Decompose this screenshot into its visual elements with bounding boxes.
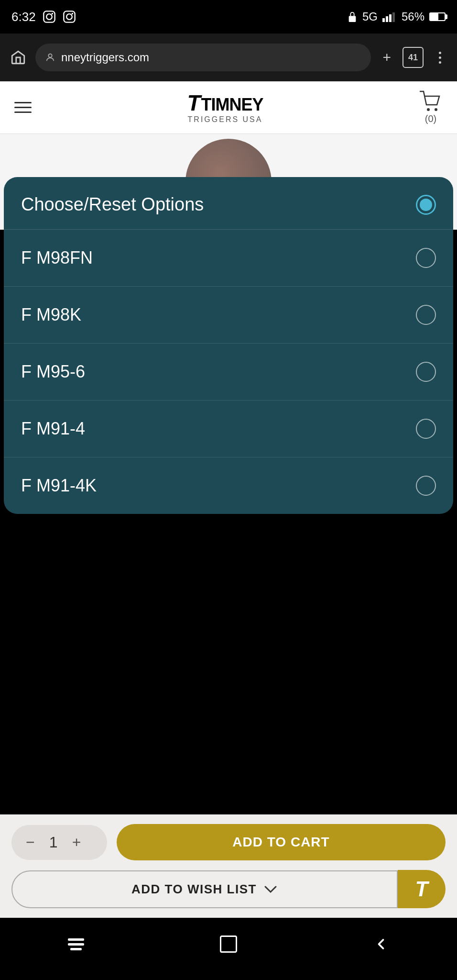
quantity-increment-button[interactable]: +: [72, 834, 81, 851]
quantity-cart-row: − 1 + ADD TO CART: [11, 824, 446, 860]
hamburger-line-2: [14, 107, 32, 108]
svg-point-11: [48, 54, 52, 57]
svg-rect-3: [64, 11, 75, 22]
status-right: 5G 56%: [347, 10, 446, 23]
navigation-bar: [0, 918, 457, 980]
option-item-fm95-6[interactable]: F M95-6: [4, 344, 453, 401]
menu-dot-2: [439, 56, 441, 59]
recent-bar-2: [68, 943, 84, 946]
instagram-icon: [43, 10, 56, 23]
wishlist-label: ADD TO WISH LIST: [131, 882, 257, 897]
recent-apps-icon: [68, 938, 84, 950]
logo-subtext: TRIGGERS USA: [187, 115, 263, 124]
svg-point-5: [71, 13, 73, 14]
bottom-bar: − 1 + ADD TO CART ADD TO WISH LIST T: [0, 814, 457, 918]
nav-home-button[interactable]: [209, 930, 248, 958]
status-left: 6:32: [11, 10, 76, 24]
option-label-fm95-6: F M95-6: [21, 362, 85, 382]
option-label-fm91-4: F M91-4: [21, 419, 85, 439]
nav-back-button[interactable]: [362, 930, 400, 958]
options-modal-overlay: Choose/Reset Options F M98FN F M98K F M9…: [0, 177, 457, 514]
reset-radio-button[interactable]: [416, 195, 436, 215]
back-arrow-icon: [372, 935, 390, 953]
hamburger-menu-button[interactable]: [14, 102, 32, 113]
battery-percent: 56%: [402, 10, 424, 23]
recent-bar-1: [68, 938, 84, 941]
quantity-control: − 1 +: [11, 825, 107, 860]
svg-rect-9: [389, 14, 392, 22]
time-display: 6:32: [11, 10, 36, 24]
option-label-fm98fn: F M98FN: [21, 248, 93, 268]
wish-list-row: ADD TO WISH LIST T: [11, 870, 446, 908]
new-tab-button[interactable]: +: [378, 49, 396, 66]
radio-fm98k[interactable]: [416, 305, 436, 325]
recent-bar-3: [70, 948, 82, 950]
svg-point-4: [66, 14, 72, 20]
modal-title: Choose/Reset Options: [21, 194, 204, 215]
logo-text: TIMNEY: [201, 95, 263, 114]
hamburger-line-3: [14, 111, 32, 113]
tab-count: 41: [408, 53, 418, 63]
radio-fm91-4k[interactable]: [416, 476, 436, 496]
cart-button[interactable]: (0): [419, 90, 443, 124]
svg-point-13: [435, 108, 437, 111]
instagram-icon-2: [63, 10, 76, 23]
quantity-value: 1: [46, 834, 61, 851]
chevron-down-icon: [263, 884, 278, 894]
modal-header[interactable]: Choose/Reset Options: [4, 177, 453, 230]
cart-icon: [419, 90, 443, 112]
timney-t-icon: T: [415, 877, 428, 901]
network-label: 5G: [362, 10, 378, 23]
add-to-wishlist-button[interactable]: ADD TO WISH LIST: [11, 870, 398, 908]
lock-icon: [347, 11, 358, 23]
option-item-fm98k[interactable]: F M98K: [4, 287, 453, 344]
status-bar: 6:32 5G 56%: [0, 0, 457, 33]
option-item-fm91-4k[interactable]: F M91-4K: [4, 457, 453, 514]
timney-logo-button[interactable]: T: [398, 870, 446, 908]
browser-menu-button[interactable]: [430, 48, 449, 67]
nav-recent-button[interactable]: [57, 930, 95, 958]
option-item-fm91-4[interactable]: F M91-4: [4, 401, 453, 457]
browser-home-button[interactable]: [8, 47, 29, 68]
svg-rect-6: [349, 16, 356, 22]
option-label-fm98k: F M98K: [21, 305, 81, 325]
option-item-fm98fn[interactable]: F M98FN: [4, 230, 453, 287]
signal-icon: [382, 11, 397, 22]
menu-dot-3: [439, 61, 441, 64]
radio-fm95-6[interactable]: [416, 362, 436, 382]
address-url: nneytriggers.com: [61, 51, 149, 64]
svg-point-1: [46, 14, 52, 20]
address-bar[interactable]: nneytriggers.com: [35, 44, 371, 71]
quantity-decrement-button[interactable]: −: [26, 834, 35, 851]
tabs-button[interactable]: 41: [403, 47, 424, 68]
battery-icon: [429, 12, 446, 21]
cart-count: (0): [425, 113, 436, 124]
add-to-cart-button[interactable]: ADD TO CART: [117, 824, 446, 860]
options-modal: Choose/Reset Options F M98FN F M98K F M9…: [4, 177, 453, 514]
svg-point-12: [427, 108, 430, 111]
radio-selected-inner: [420, 199, 432, 211]
option-label-fm91-4k: F M91-4K: [21, 476, 97, 496]
menu-dot-1: [439, 52, 441, 54]
svg-rect-8: [386, 16, 388, 22]
svg-rect-0: [44, 11, 54, 22]
browser-chrome: nneytriggers.com + 41: [0, 33, 457, 81]
profile-icon: [45, 52, 55, 63]
radio-fm91-4[interactable]: [416, 419, 436, 439]
home-square-icon: [220, 935, 237, 953]
radio-fm98fn[interactable]: [416, 248, 436, 268]
hamburger-line-1: [14, 102, 32, 103]
svg-rect-7: [382, 18, 385, 22]
svg-rect-10: [392, 12, 395, 22]
site-header: TTIMNEY TRIGGERS USA (0): [0, 81, 457, 134]
svg-point-2: [51, 13, 53, 14]
site-logo: TTIMNEY TRIGGERS USA: [187, 91, 263, 123]
